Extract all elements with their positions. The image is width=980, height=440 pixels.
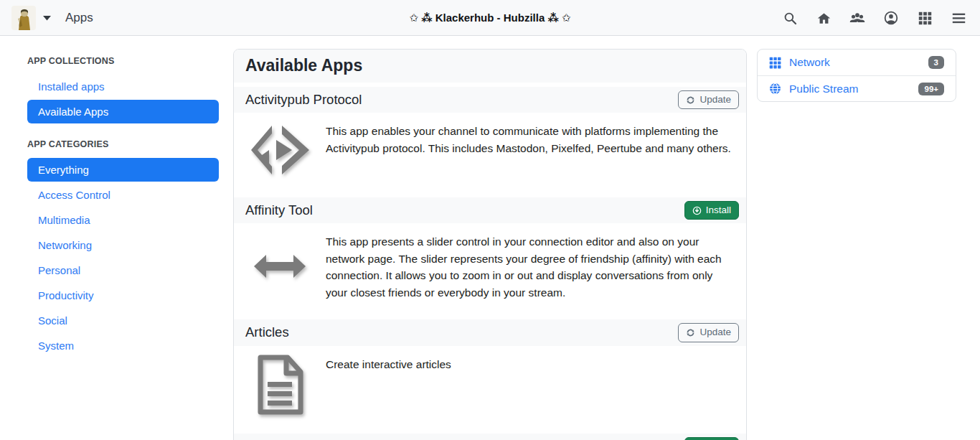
sidebar-item-access-control[interactable]: Access Control — [27, 183, 219, 207]
sidebar-item-label[interactable]: Networking — [27, 233, 219, 257]
activitypub-logo-icon — [245, 121, 314, 179]
refresh-icon — [686, 95, 695, 105]
globe-icon — [769, 83, 781, 95]
app-categories-heading: APP CATEGORIES — [27, 139, 219, 149]
sidebar-item-multimedia[interactable]: Multimedia — [27, 208, 219, 232]
app-name: Activitypub Protocol — [245, 92, 362, 108]
aside-item-label: Public Stream — [789, 83, 918, 95]
button-label: Install — [706, 205, 731, 216]
aside-item-network[interactable]: Network 3 — [758, 50, 956, 75]
app-description: This app enables your channel to communi… — [326, 121, 735, 179]
network-count-badge: 3 — [928, 56, 944, 69]
update-button[interactable]: Update — [678, 323, 739, 342]
app-section-activitypub: Activitypub Protocol Update — [234, 87, 746, 193]
aside-item-public-stream[interactable]: Public Stream 99+ — [758, 75, 956, 101]
document-icon — [245, 355, 314, 415]
install-button[interactable]: Install — [684, 437, 739, 440]
card-title-row: Available Apps — [234, 50, 746, 83]
sidebar-item-productivity[interactable]: Productivity — [27, 284, 219, 307]
button-label: Update — [699, 327, 731, 338]
groups-icon[interactable] — [846, 6, 869, 29]
app-name: Articles — [245, 324, 289, 340]
app-collections-heading: APP COLLECTIONS — [27, 56, 219, 66]
search-icon[interactable] — [778, 6, 801, 29]
sidebar-item-label[interactable]: Productivity — [27, 284, 219, 307]
refresh-icon — [686, 328, 695, 337]
apps-grid-icon[interactable] — [913, 6, 936, 29]
sidebar-item-installed-apps[interactable]: Installed apps — [27, 75, 219, 98]
sidebar-item-label[interactable]: Installed apps — [27, 75, 219, 98]
app-description: This app presents a slider control in yo… — [326, 232, 735, 301]
menu-icon[interactable] — [947, 6, 970, 29]
sidebar-item-label[interactable]: System — [27, 334, 219, 357]
update-button[interactable]: Update — [678, 90, 739, 109]
app-section-authchoose: Authchoose Install — [234, 434, 746, 440]
grid-icon — [769, 57, 781, 69]
sidebar-item-label[interactable]: Multimedia — [27, 208, 219, 232]
aside-item-label: Network — [789, 56, 928, 69]
available-apps-card: Available Apps Activitypub Protocol Upda… — [233, 49, 747, 440]
account-icon[interactable] — [880, 6, 903, 29]
sidebar-item-label[interactable]: Access Control — [27, 183, 219, 207]
app-name: Affinity Tool — [245, 202, 313, 218]
sidebar-item-personal[interactable]: Personal — [27, 258, 219, 282]
top-navbar: Apps ✩ ⁂ Klackerhub - Hubzilla ⁂ ✩ — [0, 0, 980, 36]
sidebar-item-label[interactable]: Everything — [27, 158, 219, 182]
sidebar-item-networking[interactable]: Networking — [27, 233, 219, 257]
app-description: Create interactive articles — [326, 355, 451, 415]
right-aside: Network 3 Public Stream 99+ — [757, 49, 956, 102]
sidebar-item-label[interactable]: Personal — [27, 258, 219, 282]
left-sidebar: APP COLLECTIONS Installed apps Available… — [27, 49, 219, 373]
sidebar-item-label[interactable]: Available Apps — [27, 100, 219, 123]
install-circle-down-icon — [692, 206, 702, 215]
install-button[interactable]: Install — [684, 201, 739, 220]
app-section-affinity-tool: Affinity Tool Install This app presents … — [234, 197, 746, 315]
sidebar-item-label[interactable]: Social — [27, 309, 219, 332]
button-label: Update — [699, 94, 731, 106]
arrows-left-right-icon — [245, 232, 314, 301]
app-section-articles: Articles Update — [234, 319, 746, 429]
page-title: Available Apps — [245, 56, 362, 75]
sidebar-item-everything[interactable]: Everything — [27, 158, 219, 182]
public-stream-count-badge: 99+ — [918, 83, 944, 95]
sidebar-item-system[interactable]: System — [27, 334, 219, 357]
sidebar-item-social[interactable]: Social — [27, 309, 219, 332]
home-icon[interactable] — [812, 6, 835, 29]
sidebar-item-available-apps[interactable]: Available Apps — [27, 100, 219, 123]
